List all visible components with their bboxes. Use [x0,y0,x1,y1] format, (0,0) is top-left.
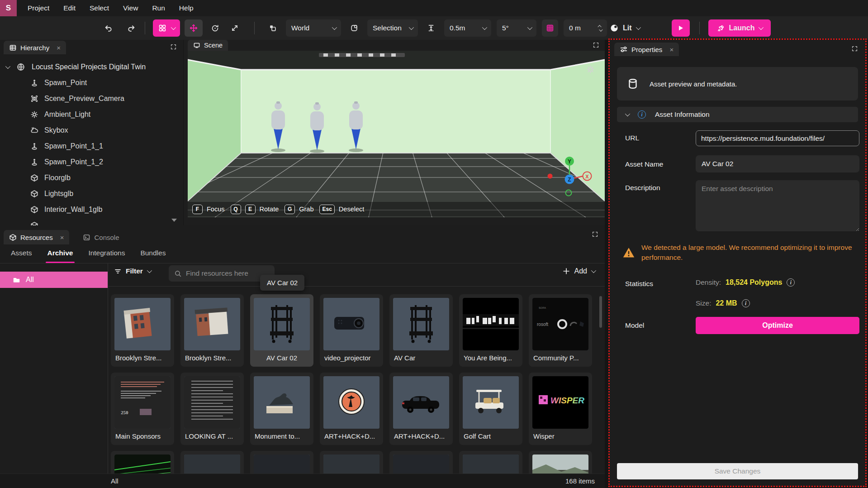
close-icon[interactable]: × [60,234,64,241]
asset-tile-0[interactable]: Brooklyn Stre... [111,294,174,367]
asset-tile-1[interactable]: Brooklyn Stre... [180,294,244,367]
asset-thumbnail-statue [254,376,310,429]
asset-tile-6[interactable]: SOFArosoftCommunity P... [529,294,592,367]
asset-information-section-header[interactable]: i Asset Information [617,107,858,122]
tree-root-node[interactable]: Locust Special Projects Digital Twin [0,59,183,75]
stepper-arrows-icon[interactable] [599,25,602,32]
scroll-down-arrow[interactable] [171,219,177,222]
rotate-tool-button[interactable] [207,20,223,36]
asset-thumbnail-building-white [184,298,240,350]
viewport-settings-gear-icon[interactable] [586,65,595,74]
grid-scrollbar[interactable] [599,296,602,328]
menu-item-select[interactable]: Select [90,4,109,12]
tab-scene[interactable]: Scene [188,40,228,51]
asset-tile-partial-3[interactable] [320,451,383,474]
rotate-snap-select[interactable]: 5° [497,19,536,37]
asset-tile-partial-6[interactable] [529,451,592,474]
add-resource-button[interactable]: Add [562,267,595,275]
asset-tile-12[interactable]: Golf Cart [459,373,522,445]
asset-tile-partial-4[interactable] [389,451,453,474]
scale-tool-button[interactable] [227,20,242,36]
menu-item-help[interactable]: Help [179,4,194,12]
asset-tile-label: Main Sponsors [114,429,171,444]
axis-gizmo[interactable]: Y Z X [542,151,597,201]
frame-selection-icon[interactable] [346,20,362,36]
layout-grid-tool-button[interactable] [153,19,180,37]
tab-properties[interactable]: Properties × [614,43,679,56]
play-button[interactable] [672,19,690,37]
asset-name-input[interactable]: AV Car 02 [696,155,859,172]
asset-tile-9[interactable]: Monument to... [250,373,313,445]
expand-panel-icon[interactable] [851,45,858,52]
tree-item-label: Spawn_Point_1_1 [44,142,103,150]
transform-space-select[interactable]: World [286,19,341,37]
subtab-archive[interactable]: Archive [47,249,73,263]
undo-button[interactable] [100,20,116,36]
close-icon[interactable]: × [669,46,674,53]
expand-panel-icon[interactable] [593,42,599,48]
tree-item-lightsglb[interactable]: Lightsglb [0,186,183,201]
tree-item-floorglb[interactable]: Floorglb [0,170,183,186]
asset-tile-partial-0[interactable] [111,451,174,474]
save-changes-button[interactable]: Save Changes [617,463,858,479]
description-label: Description [625,184,660,192]
subtab-integrations[interactable]: Integrations [88,249,125,263]
tree-item-scene_preview_camera[interactable]: Scene_Preview_Camera [0,91,183,106]
vertical-align-icon[interactable] [423,20,439,36]
asset-tile-7[interactable]: 250Main Sponsors [111,373,174,445]
move-tool-button[interactable] [185,19,203,37]
asset-tile-10[interactable]: ART+HACK+D... [320,373,383,445]
menu-item-edit[interactable]: Edit [63,4,76,12]
tree-item-spawn_point_1_2[interactable]: Spawn_Point_1_2 [0,154,183,170]
resource-search-box[interactable] [169,265,275,282]
grid-height-stepper[interactable]: 0 m [564,19,607,37]
asset-tile-partial-2[interactable] [250,451,313,474]
scene-3d-canvas[interactable]: Y Z X FFocusQERotateGGrabEscDeselect [188,51,605,217]
expand-panel-icon[interactable] [592,231,598,238]
description-textarea[interactable] [696,180,859,231]
expand-panel-icon[interactable] [170,43,177,50]
tab-console[interactable]: Console [77,230,124,244]
url-input[interactable] [696,130,859,146]
shading-mode-value[interactable]: Lit [623,24,632,32]
filter-button[interactable]: Filter [114,267,151,275]
info-icon[interactable]: i [787,278,795,287]
redo-button[interactable] [124,20,139,36]
subtab-assets[interactable]: Assets [11,249,32,263]
asset-tile-11[interactable]: ART+HACK+D... [389,373,453,445]
asset-tile-partial-5[interactable] [459,451,522,474]
hierarchy-icon [9,44,17,52]
duplicate-icon[interactable] [265,20,280,36]
chevron-down-icon [332,25,337,30]
asset-tile-13[interactable]: WISPERWisper [529,373,592,445]
subtab-bundles[interactable]: Bundles [140,249,166,263]
tree-item-spawn_point_1_1[interactable]: Spawn_Point_1_1 [0,138,183,154]
menu-item-run[interactable]: Run [152,4,165,12]
optimize-button[interactable]: Optimize [696,317,859,334]
tree-item-skybox[interactable]: Skybox [0,122,183,138]
tree-item-spawn_point[interactable]: Spawn_Point [0,75,183,91]
tree-item-ambient_light[interactable]: Ambient_Light [0,106,183,122]
asset-tile-4[interactable]: AV Car [389,294,453,367]
close-icon[interactable]: × [57,44,61,51]
menu-item-project[interactable]: Project [28,4,49,12]
app-logo[interactable]: S [0,0,17,16]
tab-hierarchy[interactable]: Hierarchy × [4,41,66,54]
chevron-down-icon[interactable] [5,63,10,68]
tree-item-interior_wall_1glb[interactable]: Interior_Wall_1glb [0,201,183,217]
asset-tile-5[interactable]: You Are Being... [459,294,522,367]
search-input[interactable] [186,269,263,277]
menu-item-view[interactable]: View [123,4,138,12]
info-icon[interactable]: i [742,299,750,307]
tree-item-clipped [0,217,183,225]
tab-resources[interactable]: Resources × [4,230,69,244]
asset-tile-2[interactable]: AV Car 02 [250,294,313,367]
move-snap-select[interactable]: 0.5m [444,19,491,37]
pivot-mode-select[interactable]: Selection [367,19,418,37]
folder-item-all[interactable]: All [0,272,108,288]
asset-tile-3[interactable]: video_projector [320,294,383,367]
asset-tile-8[interactable]: LOOKING AT ... [180,373,244,445]
asset-tile-partial-1[interactable] [180,451,244,474]
launch-button[interactable]: Launch [708,19,771,37]
grid-toggle-button[interactable] [542,19,558,37]
